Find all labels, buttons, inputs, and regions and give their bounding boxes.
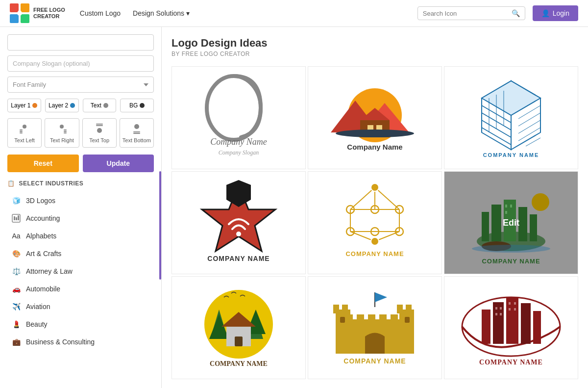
search-input[interactable] <box>423 10 512 17</box>
industries-header: 📋 SELECT INDUSTRIES <box>7 180 154 187</box>
svg-rect-22 <box>18 215 19 220</box>
font-family-select[interactable]: Font Family <box>7 77 154 93</box>
svg-text:COMPANY NAME: COMPANY NAME <box>207 255 270 262</box>
search-icon[interactable]: 🔍 <box>512 9 520 17</box>
site-logo[interactable]: FREE LOGO CREATOR <box>10 3 65 23</box>
svg-rect-120 <box>495 307 497 310</box>
action-buttons: Reset Update <box>7 155 154 172</box>
header: FREE LOGO CREATOR Custom Logo Design Sol… <box>0 0 588 27</box>
svg-point-5 <box>23 125 26 129</box>
logo-card-1[interactable]: Company Name Company Slogan <box>172 66 306 169</box>
layer2-color-btn[interactable]: Layer 2 <box>45 99 79 112</box>
svg-rect-10 <box>64 129 67 130</box>
svg-rect-11 <box>64 131 67 132</box>
svg-rect-124 <box>509 302 511 305</box>
layer1-color-btn[interactable]: Layer 1 <box>7 99 41 112</box>
svg-rect-0 <box>10 3 19 12</box>
text-bottom-icon <box>131 123 143 136</box>
industry-aviation-label: Aviation <box>26 303 50 310</box>
svg-line-49 <box>526 138 540 146</box>
text-right-label: Text Right <box>50 137 74 143</box>
svg-point-15 <box>97 128 102 133</box>
text-left-icon <box>19 123 30 136</box>
svg-point-53 <box>236 232 241 236</box>
industry-3d-logos[interactable]: 🧊 3D Logos <box>7 192 154 209</box>
card-overlay-6: Edit <box>444 172 578 274</box>
svg-rect-122 <box>495 313 497 315</box>
text-bottom-btn[interactable]: Text Bottom <box>120 118 154 148</box>
chevron-down-icon: ▾ <box>186 9 190 17</box>
svg-point-33 <box>336 129 414 137</box>
text-right-btn[interactable]: Text Right <box>45 118 79 148</box>
update-button[interactable]: Update <box>83 155 154 172</box>
svg-rect-117 <box>506 297 518 344</box>
text-color-btn[interactable]: Text <box>83 99 117 112</box>
logo-card-4[interactable]: COMPANY NAME <box>172 171 306 274</box>
svg-rect-2 <box>10 14 19 23</box>
login-button[interactable]: 👤 Login <box>533 5 578 21</box>
industry-aviation[interactable]: ✈️ Aviation <box>7 298 154 315</box>
company-name-input[interactable]: lemon <box>7 34 154 51</box>
svg-rect-116 <box>493 302 504 344</box>
sidebar: lemon Font Family Layer 1 Layer 2 Text B… <box>0 27 162 388</box>
reset-button[interactable]: Reset <box>7 155 79 172</box>
svg-rect-102 <box>391 314 398 324</box>
industry-accounting[interactable]: Accounting <box>7 209 154 227</box>
industry-art-crafts-label: Art & Crafts <box>26 250 61 258</box>
svg-point-73 <box>371 237 379 245</box>
industry-attorney-law[interactable]: ⚖️ Attorney & Law <box>7 262 154 280</box>
logo-svg-8: COMPANY NAME <box>318 283 431 373</box>
svg-rect-126 <box>509 308 511 310</box>
logo-svg-1: Company Name Company Slogan <box>177 74 300 162</box>
svg-rect-121 <box>500 307 502 310</box>
industry-3d-logos-label: 3D Logos <box>26 197 55 205</box>
bg-color-btn[interactable]: BG <box>120 99 154 112</box>
svg-point-16 <box>134 124 139 129</box>
text-color-dot <box>103 103 108 108</box>
logo-card-9[interactable]: COMPANY NAME <box>444 276 578 379</box>
nav-design-solutions[interactable]: Design Solutions ▾ <box>133 9 190 17</box>
company-slogan-input[interactable] <box>7 55 154 72</box>
art-crafts-icon: 🎨 <box>11 249 21 259</box>
industry-automobile[interactable]: 🚗 Automobile <box>7 280 154 298</box>
logo-card-2[interactable]: Company Name <box>308 66 442 169</box>
svg-rect-8 <box>20 132 23 133</box>
svg-text:Company Name: Company Name <box>210 137 267 147</box>
logo-card-6[interactable]: Edit <box>444 171 578 274</box>
attorney-law-icon: ⚖️ <box>11 266 21 276</box>
svg-line-47 <box>518 120 540 133</box>
beauty-icon: 💄 <box>11 319 21 329</box>
industry-business-consulting-label: Business & Consulting <box>26 338 95 346</box>
svg-marker-110 <box>375 292 387 302</box>
svg-rect-7 <box>20 131 23 132</box>
nav-custom-logo[interactable]: Custom Logo <box>80 9 121 17</box>
logo-card-8[interactable]: COMPANY NAME <box>308 276 442 379</box>
svg-rect-103 <box>336 310 350 354</box>
svg-rect-21 <box>16 217 17 220</box>
3d-logos-icon: 🧊 <box>11 196 21 206</box>
svg-rect-95 <box>235 336 243 346</box>
svg-rect-112 <box>405 317 410 323</box>
logo-card-3[interactable]: COMPANY NAME <box>444 66 578 169</box>
text-left-btn[interactable]: Text Left <box>7 118 42 148</box>
bg-color-label: BG <box>129 102 138 109</box>
industry-art-crafts[interactable]: 🎨 Art & Crafts <box>7 245 154 262</box>
svg-rect-6 <box>20 129 23 130</box>
industry-beauty[interactable]: 💄 Beauty <box>7 315 154 333</box>
svg-rect-125 <box>514 302 516 305</box>
industry-business-consulting[interactable]: 💼 Business & Consulting <box>7 333 154 351</box>
search-box[interactable]: 🔍 <box>417 6 525 20</box>
text-bottom-label: Text Bottom <box>122 137 151 143</box>
main-content: Logo Design Ideas BY FREE LOGO CREATOR C… <box>162 27 588 388</box>
logo-card-7[interactable]: COMPANY NAME <box>172 276 306 379</box>
logo-text-line1: FREE LOGO <box>33 7 65 13</box>
svg-rect-99 <box>357 314 364 324</box>
industry-alphabets[interactable]: Aa Alphabets <box>7 227 154 245</box>
svg-rect-13 <box>96 124 103 125</box>
text-top-btn[interactable]: Text Top <box>82 118 117 148</box>
layer1-color-dot <box>32 103 37 108</box>
svg-rect-106 <box>342 305 348 313</box>
business-consulting-icon: 💼 <box>11 337 21 347</box>
logo-card-5[interactable]: COMPANY NAME <box>308 171 442 274</box>
industry-attorney-law-label: Attorney & Law <box>26 267 73 275</box>
